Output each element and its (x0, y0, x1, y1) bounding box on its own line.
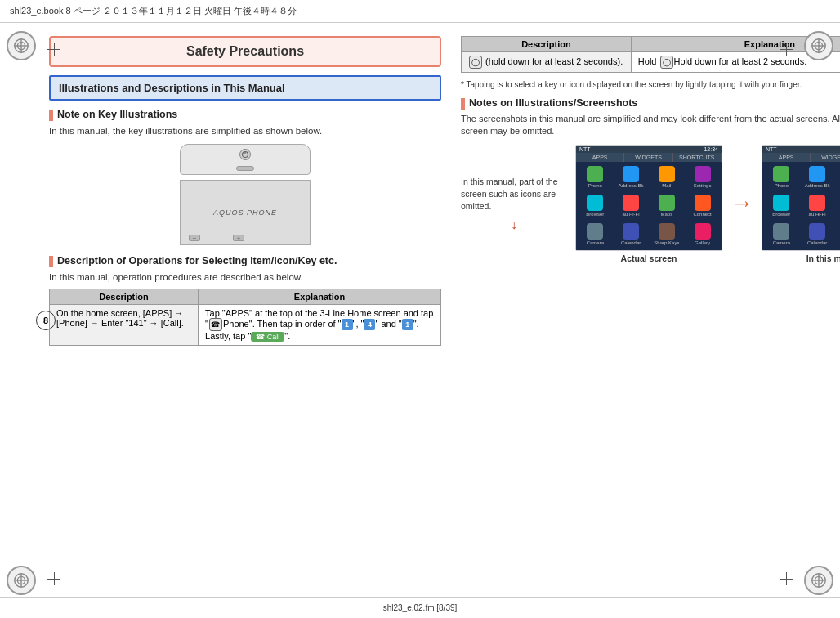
call-button-icon: ☎ Call (251, 332, 284, 342)
phone-volume-buttons: − + (189, 235, 244, 241)
screen-tab-widgets: WIDGETS (624, 153, 672, 162)
screen-app-maps: Maps (650, 192, 685, 220)
status-right: 12:34 (704, 146, 718, 152)
app-icon-addressbk-2 (809, 166, 825, 182)
right-expl-text-2: Hold down for at least 2 seconds. (674, 56, 807, 66)
operations-table: Description Explanation On the home scre… (49, 289, 441, 346)
right-arrow-icon: → (731, 190, 753, 217)
app-label-phone: Phone (588, 183, 602, 188)
reg-mark-tl (47, 43, 60, 56)
app-icon-maps (659, 195, 675, 211)
screen-app-settings: Settings (685, 163, 720, 191)
screen-app-gallery: Gallery (685, 221, 720, 249)
table-cell-desc: On the home screen, [APPS] → [Phone] → E… (50, 305, 199, 346)
screen-tab-bar-2: APPS WIDGETS SHORTCUTS (762, 153, 840, 162)
header-bar: shl23_e.book 8 ページ ２０１３年１１月１２日 火曜日 午後４時４… (0, 0, 840, 23)
expl-text-6: ". (284, 331, 290, 341)
app-label-addressbk-2: Address Bk (805, 183, 830, 188)
screen-app-camera-2: Camera (764, 221, 799, 249)
phone-brand: AQUOS PHONE (213, 208, 277, 217)
vol-plus: + (233, 235, 244, 241)
screen-app-sharpkeyboard-2: Sharp Keys (836, 221, 841, 249)
main-content: Safety Precautions Illustrations and Des… (0, 26, 840, 572)
table-cell-expl: Tap "APPS" at the top of the 3-Line Home… (199, 305, 441, 346)
app-label-maps: Maps (661, 212, 673, 217)
app-label-addressbk: Address Bk (619, 183, 644, 188)
safety-precautions-title: Safety Precautions (186, 44, 304, 58)
phone-key-icon: ☎ (209, 318, 222, 331)
section2-heading-wrap: Description of Operations for Selecting … (49, 255, 441, 267)
app-label-camera-2: Camera (773, 240, 790, 245)
table-header-expl: Explanation (199, 289, 441, 305)
table-row: On the home screen, [APPS] → [Phone] → E… (50, 305, 441, 346)
app-icon-phone-2 (773, 166, 789, 182)
manual-screen-box: NTT 12:34 APPS WIDGETS SHORTCUTS Phone (762, 145, 840, 263)
reg-mark-tr (780, 43, 793, 56)
screen-app-maps-2: Maps (836, 192, 841, 220)
phone-illustration: AQUOS PHONE − + (49, 144, 441, 245)
section1-heading-wrap: Note on Key Illustrations (49, 109, 441, 121)
app-label-calendar: Calendar (621, 240, 641, 245)
screen-app-browser-2: Browser (764, 192, 799, 220)
orange-bar-3 (461, 98, 465, 110)
app-icon-calendar-2 (809, 223, 825, 240)
screen-app-phone: Phone (578, 163, 613, 191)
app-icon-phone (587, 166, 603, 182)
status-left-2: NTT (766, 146, 777, 152)
section2-body: In this manual, operation procedures are… (49, 271, 441, 284)
screen-app-camera: Camera (578, 221, 613, 249)
page-number: 8 (36, 311, 56, 330)
power-icon-small-2: ◯ (660, 56, 673, 69)
app-icon-auone (623, 195, 639, 211)
manual-screen-image: NTT 12:34 APPS WIDGETS SHORTCUTS Phone (762, 145, 840, 251)
section2-heading: Description of Operations for Selecting … (57, 255, 337, 266)
section1-body: In this manual, the key illustrations ar… (49, 124, 441, 137)
screen-tab-bar: APPS WIDGETS SHORTCUTS (576, 153, 722, 162)
actual-screen-image: NTT 12:34 APPS WIDGETS SHORTCUTS Phone (575, 145, 722, 251)
num-chip-1b: 1 (402, 319, 413, 330)
app-label-sharpkeyboard: Sharp Keys (654, 240, 679, 245)
screen-app-mail: Mail (650, 163, 685, 191)
table-desc-text: On the home screen, [APPS] → [Phone] → E… (56, 308, 184, 328)
table-header-desc: Description (50, 289, 199, 305)
app-icon-calendar (623, 223, 639, 240)
section1-heading: Note on Key Illustrations (57, 109, 177, 120)
right-desc-text: (hold down for at least 2 seconds). (485, 56, 623, 66)
right-expl-text-1: Hold (638, 56, 659, 66)
app-label-auone: au Hi-Fi (623, 212, 640, 217)
screen-simulation-actual: NTT 12:34 APPS WIDGETS SHORTCUTS Phone (576, 146, 722, 250)
power-button-icon (239, 149, 251, 160)
orange-bar-2 (49, 256, 53, 267)
app-icon-browser-2 (773, 195, 789, 211)
app-icon-auone-2 (809, 195, 825, 211)
app-label-browser: Browser (586, 212, 604, 217)
right-section-body: The screenshots in this manual are simpl… (461, 113, 840, 138)
illustrations-box: Illustrations and Descriptions in This M… (49, 75, 441, 101)
screen-app-addressbk: Address Bk (614, 163, 649, 191)
right-section-heading-wrap: Notes on Illustrations/Screenshots (461, 97, 840, 110)
expl-text-3: ", " (353, 319, 364, 329)
num-chip-4: 4 (364, 319, 375, 330)
screen-status-bar-2: NTT 12:34 (762, 146, 840, 153)
orange-bar-1 (49, 110, 53, 121)
screen-app-calendar-2: Calendar (800, 221, 835, 249)
screen-tab-shortcuts: SHORTCUTS (673, 153, 722, 162)
status-left: NTT (579, 146, 591, 152)
screen-app-phone-2: Phone (764, 163, 799, 191)
screen-tab-apps: APPS (576, 153, 624, 162)
screen-tab-widgets-2: WIDGETS (811, 153, 840, 162)
phone-top (180, 144, 311, 175)
reg-mark-br (780, 572, 793, 585)
corner-decoration-tl (7, 31, 36, 60)
screen-app-auone: au Hi-Fi (614, 192, 649, 220)
header-text: shl23_e.book 8 ページ ２０１３年１１月１２日 火曜日 午後４時４… (10, 5, 297, 17)
reg-mark-bl (47, 572, 60, 585)
screen-app-mail-2: Mail (836, 163, 841, 191)
screenshots-row: In this manual, part of the screen such … (461, 145, 840, 263)
screen-app-browser: Browser (578, 192, 613, 220)
app-label-mail: Mail (662, 183, 671, 188)
app-icon-browser (587, 195, 603, 211)
screen-apps-grid-2: Phone Address Bk Mail (762, 162, 840, 250)
screen-status-bar: NTT 12:34 (576, 146, 722, 153)
app-icon-connect (695, 195, 711, 211)
